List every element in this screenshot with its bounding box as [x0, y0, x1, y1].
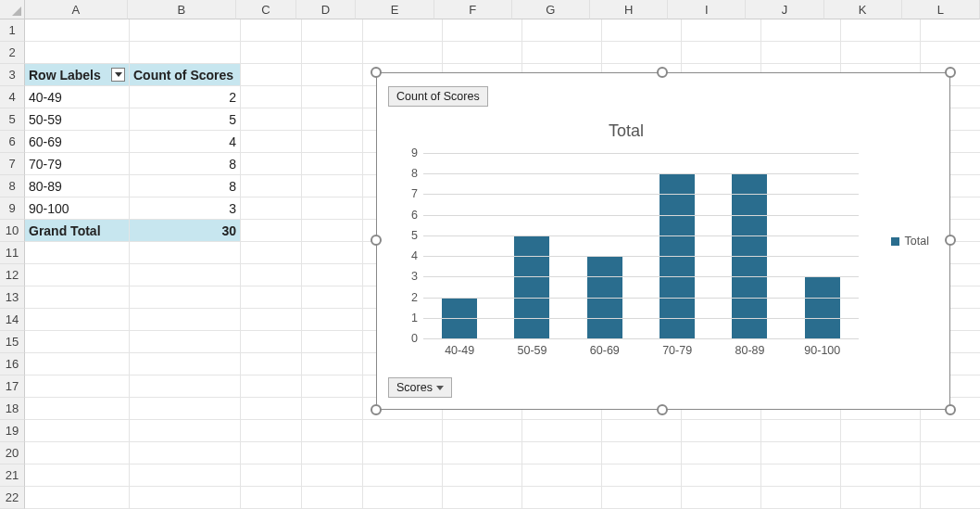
cell-A15[interactable]: [25, 331, 130, 353]
cell-B17[interactable]: [130, 375, 241, 398]
cell-K19[interactable]: [841, 420, 921, 442]
row-header-13[interactable]: 13: [0, 286, 25, 309]
pivot-row-label[interactable]: 60-69: [25, 131, 130, 153]
pivot-row-value[interactable]: 5: [130, 108, 241, 131]
cell-G21[interactable]: [522, 464, 602, 487]
cell-A1[interactable]: [25, 19, 130, 42]
pivot-row-label[interactable]: 90-100: [25, 197, 130, 220]
cell-K2[interactable]: [841, 42, 921, 64]
chart-axis-pill[interactable]: Scores: [388, 377, 452, 398]
row-header-9[interactable]: 9: [0, 197, 25, 220]
cell-D5[interactable]: [302, 108, 363, 131]
pivot-row-label[interactable]: 80-89: [25, 175, 130, 197]
column-header-I[interactable]: I: [668, 0, 746, 19]
row-header-12[interactable]: 12: [0, 264, 25, 286]
column-header-H[interactable]: H: [590, 0, 668, 19]
cell-A20[interactable]: [25, 442, 130, 464]
cell-B19[interactable]: [130, 420, 241, 442]
cell-G2[interactable]: [522, 42, 602, 64]
pivot-row-label[interactable]: 70-79: [25, 153, 130, 175]
cell-L22[interactable]: [921, 487, 980, 509]
cell-C15[interactable]: [241, 331, 302, 353]
row-header-22[interactable]: 22: [0, 487, 25, 509]
cell-G22[interactable]: [522, 487, 602, 509]
cell-E1[interactable]: [363, 19, 443, 42]
cell-L19[interactable]: [921, 420, 980, 442]
cell-H21[interactable]: [602, 464, 682, 487]
pivot-row-value[interactable]: 4: [130, 131, 241, 153]
row-header-5[interactable]: 5: [0, 108, 25, 131]
cell-C4[interactable]: [241, 86, 302, 108]
cell-D1[interactable]: [302, 19, 363, 42]
pivot-row-value[interactable]: 8: [130, 175, 241, 197]
cell-C10[interactable]: [241, 220, 302, 242]
cell-H20[interactable]: [602, 442, 682, 464]
plot-area[interactable]: 0123456789 40-4950-5960-6970-7980-8990-1…: [405, 153, 859, 338]
cell-B18[interactable]: [130, 398, 241, 420]
cell-E20[interactable]: [363, 442, 443, 464]
cell-B13[interactable]: [130, 286, 241, 309]
row-header-19[interactable]: 19: [0, 420, 25, 442]
resize-handle-l[interactable]: [371, 235, 382, 246]
resize-handle-tr[interactable]: [945, 67, 956, 78]
pivot-grand-total-value[interactable]: 30: [130, 220, 241, 242]
cell-D4[interactable]: [302, 86, 363, 108]
cell-D11[interactable]: [302, 242, 363, 264]
cell-A14[interactable]: [25, 309, 130, 331]
chart-values-pill[interactable]: Count of Scores: [388, 86, 488, 107]
cell-D3[interactable]: [302, 64, 363, 86]
cell-A21[interactable]: [25, 464, 130, 487]
cell-D8[interactable]: [302, 175, 363, 197]
cell-L2[interactable]: [921, 42, 980, 64]
cell-C21[interactable]: [241, 464, 302, 487]
cell-D6[interactable]: [302, 131, 363, 153]
cell-C9[interactable]: [241, 197, 302, 220]
cell-F2[interactable]: [443, 42, 522, 64]
cell-A12[interactable]: [25, 264, 130, 286]
cell-K1[interactable]: [841, 19, 921, 42]
cell-C7[interactable]: [241, 153, 302, 175]
cell-B14[interactable]: [130, 309, 241, 331]
cell-B1[interactable]: [130, 19, 241, 42]
cell-J22[interactable]: [761, 487, 841, 509]
resize-handle-br[interactable]: [945, 404, 956, 415]
cell-C8[interactable]: [241, 175, 302, 197]
cell-I21[interactable]: [682, 464, 761, 487]
cell-L1[interactable]: [921, 19, 980, 42]
cell-C22[interactable]: [241, 487, 302, 509]
resize-handle-t[interactable]: [657, 67, 668, 78]
cell-B21[interactable]: [130, 464, 241, 487]
column-header-J[interactable]: J: [746, 0, 823, 19]
pivot-row-value[interactable]: 2: [130, 86, 241, 108]
cell-D21[interactable]: [302, 464, 363, 487]
cell-I20[interactable]: [682, 442, 761, 464]
cell-C20[interactable]: [241, 442, 302, 464]
cell-C14[interactable]: [241, 309, 302, 331]
cell-H1[interactable]: [602, 19, 682, 42]
cell-J2[interactable]: [761, 42, 841, 64]
cell-D22[interactable]: [302, 487, 363, 509]
column-header-C[interactable]: C: [236, 0, 296, 19]
cell-A22[interactable]: [25, 487, 130, 509]
column-header-K[interactable]: K: [824, 0, 902, 19]
cell-F21[interactable]: [443, 464, 522, 487]
cell-D7[interactable]: [302, 153, 363, 175]
cell-D17[interactable]: [302, 375, 363, 398]
bar[interactable]: [514, 235, 549, 338]
cell-E2[interactable]: [363, 42, 443, 64]
cell-D16[interactable]: [302, 353, 363, 375]
cell-C18[interactable]: [241, 398, 302, 420]
cell-D13[interactable]: [302, 286, 363, 309]
cell-C13[interactable]: [241, 286, 302, 309]
row-header-18[interactable]: 18: [0, 398, 25, 420]
cell-F1[interactable]: [443, 19, 522, 42]
row-header-14[interactable]: 14: [0, 309, 25, 331]
column-header-L[interactable]: L: [902, 0, 980, 19]
chart-legend[interactable]: Total: [891, 235, 929, 248]
cell-C19[interactable]: [241, 420, 302, 442]
cell-D14[interactable]: [302, 309, 363, 331]
cell-C12[interactable]: [241, 264, 302, 286]
row-header-15[interactable]: 15: [0, 331, 25, 353]
cell-H2[interactable]: [602, 42, 682, 64]
cell-D10[interactable]: [302, 220, 363, 242]
